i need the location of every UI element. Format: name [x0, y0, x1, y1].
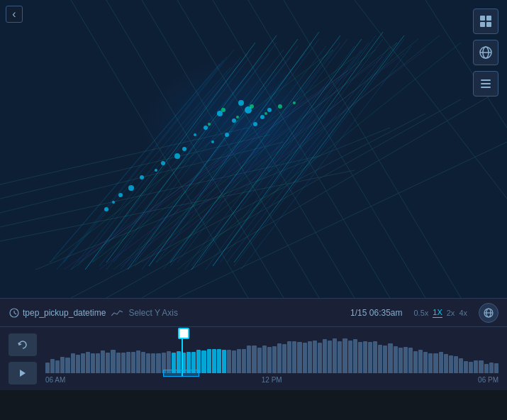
speed-2x[interactable]: 2x: [447, 309, 455, 317]
svg-rect-98: [480, 16, 485, 21]
svg-point-76: [225, 133, 229, 137]
histogram-bar: [247, 346, 251, 373]
histogram-bar: [418, 350, 423, 373]
timeline-area: 06 AM 12 PM 06 PM: [0, 327, 507, 391]
histogram-bar: [474, 360, 478, 373]
svg-rect-70: [142, 57, 355, 199]
histogram-bar: [328, 341, 332, 373]
svg-point-78: [253, 122, 257, 126]
globe-icon: [479, 45, 493, 60]
histogram-bar: [237, 349, 241, 373]
playback-controls: [9, 333, 37, 385]
time-label-6pm: 06 PM: [478, 376, 498, 384]
histogram-bar: [126, 352, 130, 373]
histogram-bar: [76, 355, 80, 373]
histogram-bar: [207, 349, 211, 373]
play-button[interactable]: [9, 362, 37, 385]
histogram-bar: [86, 352, 90, 373]
selection-range[interactable]: [163, 370, 199, 377]
svg-point-73: [232, 118, 236, 123]
histogram-bar: [267, 347, 272, 373]
svg-point-94: [250, 104, 254, 109]
svg-rect-105: [481, 79, 491, 81]
svg-point-89: [112, 201, 115, 204]
svg-point-84: [161, 161, 165, 165]
histogram-bar: [308, 341, 312, 373]
back-button[interactable]: ‹: [6, 6, 23, 23]
histogram-bar: [464, 361, 468, 373]
svg-point-80: [267, 108, 272, 112]
histogram-bar: [363, 341, 367, 373]
histogram-bar: [403, 347, 408, 373]
map-background: [0, 0, 507, 298]
histogram-bar: [399, 348, 403, 373]
histogram-bar: [201, 350, 206, 373]
histogram-bar: [469, 362, 473, 373]
histogram-bar: [252, 346, 256, 373]
histogram-bar: [71, 353, 75, 373]
histogram-bar: [131, 352, 135, 373]
svg-point-88: [118, 193, 123, 197]
svg-point-90: [104, 207, 108, 211]
datetime-field-item: tpep_pickup_datetime: [9, 307, 106, 319]
toolbar-row: tpep_pickup_datetime Select Y Axis 1/15 …: [0, 299, 507, 327]
histogram-bar: [121, 353, 126, 373]
histogram-bar: [81, 353, 85, 373]
svg-rect-101: [486, 22, 491, 27]
svg-point-92: [221, 108, 225, 112]
select-y-axis[interactable]: Select Y Axis: [128, 308, 178, 318]
histogram-bar: [479, 360, 483, 373]
histogram-bar: [292, 341, 296, 373]
svg-point-71: [204, 126, 208, 130]
reset-view-button[interactable]: [479, 303, 498, 323]
histogram-bar: [368, 342, 372, 373]
histogram-bar: [262, 346, 267, 373]
svg-point-82: [182, 147, 186, 151]
histogram-bar: [60, 357, 65, 373]
histogram-bar: [373, 341, 377, 373]
histogram-bar: [439, 352, 443, 373]
svg-rect-99: [486, 16, 491, 21]
histogram-bar: [358, 342, 362, 373]
globe-view-button[interactable]: [473, 40, 498, 65]
grid-view-button[interactable]: [473, 9, 498, 34]
back-icon: ‹: [12, 8, 16, 21]
play-icon: [18, 368, 28, 378]
speed-1x[interactable]: 1X: [433, 308, 442, 318]
histogram-bar: [222, 350, 226, 373]
histogram-bar: [333, 338, 337, 373]
svg-point-91: [208, 123, 211, 126]
svg-point-86: [140, 175, 144, 179]
histogram-bar: [232, 350, 236, 373]
histogram-bar: [227, 350, 231, 373]
histogram-bar: [342, 338, 347, 373]
histogram-bar: [454, 356, 458, 374]
histogram-bar: [111, 350, 115, 373]
histogram-bar: [313, 341, 317, 373]
histogram-bar: [257, 348, 262, 373]
svg-point-72: [217, 111, 223, 116]
histogram: [45, 331, 498, 373]
histogram-container[interactable]: 06 AM 12 PM 06 PM: [45, 331, 498, 387]
speed-4x[interactable]: 4x: [459, 309, 467, 317]
histogram-bar: [489, 363, 494, 373]
list-icon: [479, 77, 492, 90]
histogram-bar: [146, 353, 150, 373]
svg-point-87: [128, 185, 134, 191]
histogram-bar: [151, 353, 155, 373]
svg-rect-107: [481, 87, 491, 88]
histogram-bar: [408, 348, 413, 373]
svg-point-85: [155, 169, 157, 172]
replay-button[interactable]: [9, 333, 37, 356]
svg-point-77: [238, 100, 244, 106]
speed-controls: 0.5x 1X 2x 4x: [413, 308, 467, 318]
histogram-bar: [50, 359, 55, 373]
histogram-bar: [318, 343, 322, 373]
histogram-bar: [242, 349, 246, 373]
speed-0-5x[interactable]: 0.5x: [413, 309, 428, 317]
histogram-bar: [96, 353, 100, 373]
histogram-bar: [136, 350, 140, 373]
histogram-bar: [378, 345, 382, 373]
list-view-button[interactable]: [473, 71, 498, 96]
histogram-bar: [45, 363, 50, 373]
